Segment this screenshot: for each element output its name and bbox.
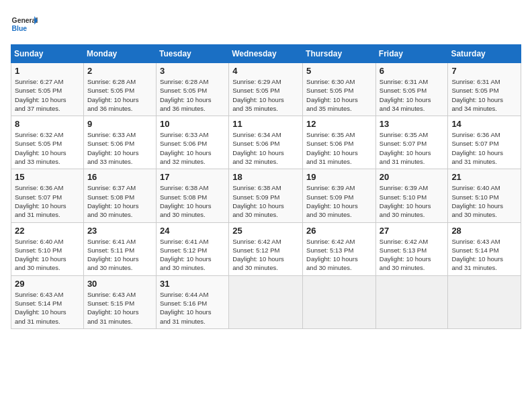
calendar-cell: 27Sunrise: 6:42 AM Sunset: 5:13 PM Dayli… <box>375 222 448 275</box>
day-header-tuesday: Tuesday <box>156 45 228 63</box>
week-row-5: 29Sunrise: 6:43 AM Sunset: 5:14 PM Dayli… <box>11 275 521 328</box>
day-number: 7 <box>451 66 517 76</box>
day-info: Sunrise: 6:27 AM Sunset: 5:05 PM Dayligh… <box>15 77 80 113</box>
day-number: 30 <box>87 279 152 289</box>
calendar-cell <box>303 275 376 328</box>
calendar-cell: 30Sunrise: 6:43 AM Sunset: 5:15 PM Dayli… <box>83 275 156 328</box>
day-number: 21 <box>451 172 517 182</box>
calendar-cell: 12Sunrise: 6:35 AM Sunset: 5:06 PM Dayli… <box>303 116 376 169</box>
week-row-2: 8Sunrise: 6:32 AM Sunset: 5:05 PM Daylig… <box>11 116 521 169</box>
day-info: Sunrise: 6:38 AM Sunset: 5:08 PM Dayligh… <box>160 183 225 219</box>
calendar-cell: 28Sunrise: 6:43 AM Sunset: 5:14 PM Dayli… <box>448 222 521 275</box>
calendar-cell: 18Sunrise: 6:38 AM Sunset: 5:09 PM Dayli… <box>229 169 303 222</box>
day-number: 12 <box>306 119 372 129</box>
svg-text:Blue: Blue <box>12 25 28 32</box>
calendar-cell: 21Sunrise: 6:40 AM Sunset: 5:10 PM Dayli… <box>448 169 521 222</box>
day-info: Sunrise: 6:32 AM Sunset: 5:05 PM Dayligh… <box>15 130 80 166</box>
day-info: Sunrise: 6:40 AM Sunset: 5:10 PM Dayligh… <box>15 237 80 273</box>
week-row-4: 22Sunrise: 6:40 AM Sunset: 5:10 PM Dayli… <box>11 222 521 275</box>
day-number: 25 <box>232 226 299 236</box>
day-info: Sunrise: 6:44 AM Sunset: 5:16 PM Dayligh… <box>160 290 225 326</box>
day-info: Sunrise: 6:42 AM Sunset: 5:13 PM Dayligh… <box>306 237 372 273</box>
day-header-friday: Friday <box>375 45 448 63</box>
calendar-cell: 14Sunrise: 6:36 AM Sunset: 5:07 PM Dayli… <box>448 116 521 169</box>
day-number: 14 <box>451 119 517 129</box>
calendar-cell: 10Sunrise: 6:33 AM Sunset: 5:06 PM Dayli… <box>156 116 228 169</box>
day-number: 31 <box>160 279 225 289</box>
day-number: 22 <box>15 226 80 236</box>
calendar-cell: 2Sunrise: 6:28 AM Sunset: 5:05 PM Daylig… <box>83 63 156 116</box>
calendar-cell: 9Sunrise: 6:33 AM Sunset: 5:06 PM Daylig… <box>83 116 156 169</box>
day-number: 1 <box>15 66 80 76</box>
calendar-cell: 1Sunrise: 6:27 AM Sunset: 5:05 PM Daylig… <box>11 63 84 116</box>
day-number: 13 <box>380 119 445 129</box>
day-number: 4 <box>232 66 299 76</box>
day-info: Sunrise: 6:31 AM Sunset: 5:05 PM Dayligh… <box>380 77 445 113</box>
day-number: 19 <box>306 172 372 182</box>
day-info: Sunrise: 6:28 AM Sunset: 5:05 PM Dayligh… <box>87 77 152 113</box>
day-info: Sunrise: 6:31 AM Sunset: 5:05 PM Dayligh… <box>451 77 517 113</box>
day-header-wednesday: Wednesday <box>229 45 303 63</box>
calendar-cell: 29Sunrise: 6:43 AM Sunset: 5:14 PM Dayli… <box>11 275 84 328</box>
day-info: Sunrise: 6:35 AM Sunset: 5:07 PM Dayligh… <box>380 130 445 166</box>
calendar-cell: 23Sunrise: 6:41 AM Sunset: 5:11 PM Dayli… <box>83 222 156 275</box>
day-number: 20 <box>380 172 445 182</box>
day-header-sunday: Sunday <box>11 45 84 63</box>
calendar-cell: 8Sunrise: 6:32 AM Sunset: 5:05 PM Daylig… <box>11 116 84 169</box>
day-number: 16 <box>87 172 152 182</box>
day-info: Sunrise: 6:39 AM Sunset: 5:10 PM Dayligh… <box>380 183 445 219</box>
calendar-cell: 16Sunrise: 6:37 AM Sunset: 5:08 PM Dayli… <box>83 169 156 222</box>
calendar-cell: 25Sunrise: 6:42 AM Sunset: 5:12 PM Dayli… <box>229 222 303 275</box>
day-number: 5 <box>306 66 372 76</box>
day-number: 3 <box>160 66 225 76</box>
calendar-cell: 13Sunrise: 6:35 AM Sunset: 5:07 PM Dayli… <box>375 116 448 169</box>
calendar-cell <box>229 275 303 328</box>
day-header-monday: Monday <box>83 45 156 63</box>
day-number: 17 <box>160 172 225 182</box>
day-number: 8 <box>15 119 80 129</box>
day-info: Sunrise: 6:41 AM Sunset: 5:12 PM Dayligh… <box>160 237 225 273</box>
day-number: 9 <box>87 119 152 129</box>
calendar-cell: 20Sunrise: 6:39 AM Sunset: 5:10 PM Dayli… <box>375 169 448 222</box>
day-number: 11 <box>232 119 299 129</box>
week-row-3: 15Sunrise: 6:36 AM Sunset: 5:07 PM Dayli… <box>11 169 521 222</box>
day-info: Sunrise: 6:29 AM Sunset: 5:05 PM Dayligh… <box>232 77 299 113</box>
day-info: Sunrise: 6:34 AM Sunset: 5:06 PM Dayligh… <box>232 130 299 166</box>
day-info: Sunrise: 6:36 AM Sunset: 5:07 PM Dayligh… <box>15 183 80 219</box>
day-info: Sunrise: 6:40 AM Sunset: 5:10 PM Dayligh… <box>451 183 517 219</box>
day-info: Sunrise: 6:30 AM Sunset: 5:05 PM Dayligh… <box>306 77 372 113</box>
calendar-cell: 26Sunrise: 6:42 AM Sunset: 5:13 PM Dayli… <box>303 222 376 275</box>
day-number: 23 <box>87 226 152 236</box>
svg-text:General: General <box>12 17 38 24</box>
calendar-cell: 3Sunrise: 6:28 AM Sunset: 5:05 PM Daylig… <box>156 63 228 116</box>
day-number: 26 <box>306 226 372 236</box>
day-number: 27 <box>380 226 445 236</box>
day-info: Sunrise: 6:39 AM Sunset: 5:09 PM Dayligh… <box>306 183 372 219</box>
day-info: Sunrise: 6:42 AM Sunset: 5:13 PM Dayligh… <box>380 237 445 273</box>
day-number: 28 <box>451 226 517 236</box>
calendar-cell: 17Sunrise: 6:38 AM Sunset: 5:08 PM Dayli… <box>156 169 228 222</box>
calendar-cell: 6Sunrise: 6:31 AM Sunset: 5:05 PM Daylig… <box>375 63 448 116</box>
day-info: Sunrise: 6:41 AM Sunset: 5:11 PM Dayligh… <box>87 237 152 273</box>
day-number: 18 <box>232 172 299 182</box>
calendar-cell: 19Sunrise: 6:39 AM Sunset: 5:09 PM Dayli… <box>303 169 376 222</box>
day-info: Sunrise: 6:43 AM Sunset: 5:15 PM Dayligh… <box>87 290 152 326</box>
day-number: 15 <box>15 172 80 182</box>
day-info: Sunrise: 6:33 AM Sunset: 5:06 PM Dayligh… <box>160 130 225 166</box>
day-header-thursday: Thursday <box>303 45 376 63</box>
day-info: Sunrise: 6:28 AM Sunset: 5:05 PM Dayligh… <box>160 77 225 113</box>
day-number: 6 <box>380 66 445 76</box>
calendar-cell: 22Sunrise: 6:40 AM Sunset: 5:10 PM Dayli… <box>11 222 84 275</box>
calendar-cell <box>375 275 448 328</box>
day-number: 24 <box>160 226 225 236</box>
header: General Blue <box>11 11 521 38</box>
day-number: 29 <box>15 279 80 289</box>
calendar-cell: 11Sunrise: 6:34 AM Sunset: 5:06 PM Dayli… <box>229 116 303 169</box>
day-info: Sunrise: 6:36 AM Sunset: 5:07 PM Dayligh… <box>451 130 517 166</box>
calendar-cell: 15Sunrise: 6:36 AM Sunset: 5:07 PM Dayli… <box>11 169 84 222</box>
calendar-cell: 7Sunrise: 6:31 AM Sunset: 5:05 PM Daylig… <box>448 63 521 116</box>
day-number: 2 <box>87 66 152 76</box>
calendar-cell <box>448 275 521 328</box>
day-info: Sunrise: 6:38 AM Sunset: 5:09 PM Dayligh… <box>232 183 299 219</box>
week-row-1: 1Sunrise: 6:27 AM Sunset: 5:05 PM Daylig… <box>11 63 521 116</box>
